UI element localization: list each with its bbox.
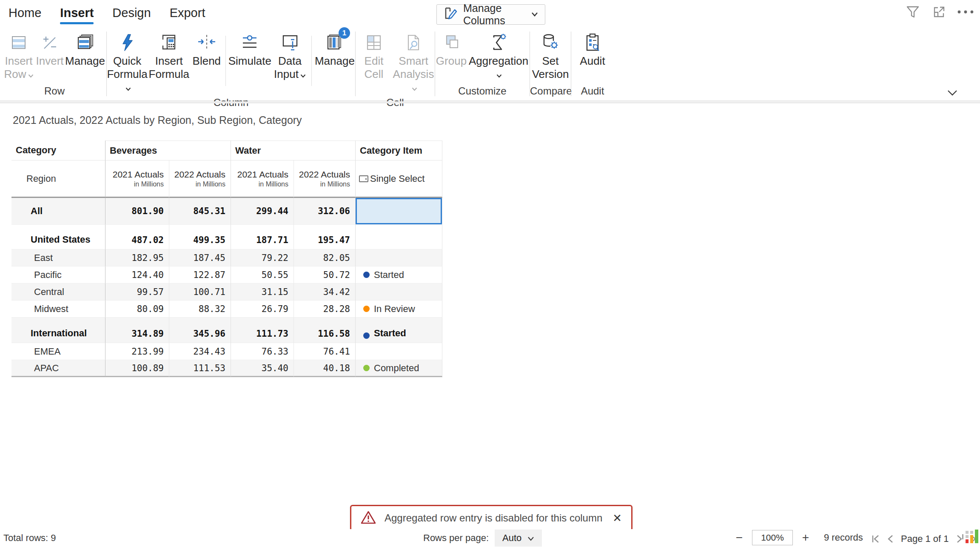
status-cell[interactable]: In Review bbox=[355, 301, 442, 318]
cell-value[interactable]: 76.41 bbox=[293, 343, 355, 360]
measure-header[interactable]: 2022 Actuals in Millions bbox=[293, 160, 355, 198]
cell-value[interactable]: 50.55 bbox=[231, 266, 293, 284]
audit-button[interactable]: Audit bbox=[574, 30, 611, 68]
inner-separator bbox=[311, 36, 312, 86]
status-cell[interactable] bbox=[355, 225, 442, 249]
cell-value[interactable]: 31.15 bbox=[231, 284, 293, 301]
manage-rows-button[interactable]: Manage bbox=[65, 30, 105, 68]
aggregation-button[interactable]: Aggregation bbox=[467, 30, 530, 81]
insert-formula-button[interactable]: InsertFormula bbox=[148, 30, 190, 81]
set-version-button[interactable]: SetVersion bbox=[530, 30, 571, 81]
previous-page-icon[interactable] bbox=[885, 533, 896, 545]
cell-value[interactable]: 312.06 bbox=[293, 198, 355, 225]
cell-value[interactable]: 35.40 bbox=[231, 360, 293, 377]
column-header-category[interactable]: Category bbox=[11, 140, 105, 160]
cell-value[interactable]: 314.89 bbox=[105, 318, 169, 343]
cell-value[interactable]: 195.47 bbox=[293, 225, 355, 249]
close-icon[interactable]: ✕ bbox=[612, 512, 622, 525]
cell-value[interactable]: 50.72 bbox=[293, 266, 355, 284]
manage-columns-ribbon-button[interactable]: 1 Manage bbox=[314, 30, 355, 68]
brand-chart-logo[interactable] bbox=[962, 529, 979, 546]
cell-value[interactable]: 28.28 bbox=[293, 301, 355, 318]
cell-value[interactable]: 116.58 bbox=[293, 318, 355, 343]
cell-value[interactable]: 213.99 bbox=[105, 343, 169, 360]
cell-value[interactable]: 187.71 bbox=[231, 225, 293, 249]
single-select-header[interactable]: Single Select bbox=[355, 160, 442, 198]
row-label-central[interactable]: Central bbox=[11, 284, 105, 301]
status-cell[interactable]: Started bbox=[355, 266, 442, 284]
cell-value[interactable]: 76.33 bbox=[231, 343, 293, 360]
column-header-category-item[interactable]: Category Item bbox=[355, 140, 442, 160]
row-label-emea[interactable]: EMEA bbox=[11, 343, 105, 360]
column-header-beverages[interactable]: Beverages bbox=[105, 140, 231, 160]
insert-row-button[interactable]: Insert Row bbox=[3, 30, 35, 81]
rows-per-page-select[interactable]: Auto bbox=[495, 530, 542, 547]
row-label-international[interactable]: International bbox=[11, 318, 105, 343]
cell-value[interactable]: 80.09 bbox=[105, 301, 169, 318]
cell-value[interactable]: 187.45 bbox=[169, 249, 231, 266]
manage-columns-button[interactable]: Manage Columns bbox=[436, 4, 545, 25]
tab-export[interactable]: Export bbox=[170, 0, 205, 26]
status-cell[interactable]: Started bbox=[355, 318, 442, 343]
cell-value[interactable]: 111.73 bbox=[231, 318, 293, 343]
group-button[interactable]: Group bbox=[435, 30, 467, 68]
cell-value[interactable]: 100.71 bbox=[169, 284, 231, 301]
tab-insert[interactable]: Insert bbox=[60, 0, 94, 26]
cell-value[interactable]: 40.18 bbox=[293, 360, 355, 377]
simulate-button[interactable]: Simulate bbox=[228, 30, 271, 68]
column-header-water[interactable]: Water bbox=[231, 140, 355, 160]
zoom-in-button[interactable]: + bbox=[800, 531, 812, 544]
cell-value[interactable]: 88.32 bbox=[169, 301, 231, 318]
zoom-level[interactable]: 100% bbox=[752, 530, 793, 545]
status-cell[interactable] bbox=[355, 249, 442, 266]
smart-analysis-button[interactable]: Smart Analysis bbox=[392, 30, 435, 94]
measure-header[interactable]: 2021 Actuals in Millions bbox=[105, 160, 169, 198]
cell-value[interactable]: 34.42 bbox=[293, 284, 355, 301]
zoom-out-button[interactable]: − bbox=[733, 531, 745, 544]
expand-icon[interactable] bbox=[931, 3, 948, 20]
row-label-united-states[interactable]: United States bbox=[11, 225, 105, 249]
status-cell[interactable]: Completed bbox=[355, 360, 442, 377]
cell-value[interactable]: 122.87 bbox=[169, 266, 231, 284]
row-label-east[interactable]: East bbox=[11, 249, 105, 266]
measure-header[interactable]: 2022 Actuals in Millions bbox=[169, 160, 231, 198]
cell-value[interactable]: 111.53 bbox=[169, 360, 231, 377]
blend-button[interactable]: Blend bbox=[190, 30, 223, 68]
cell-value[interactable]: 487.02 bbox=[105, 225, 169, 249]
cell-value[interactable]: 124.40 bbox=[105, 266, 169, 284]
first-page-icon[interactable] bbox=[870, 533, 881, 545]
quick-formula-button[interactable]: Quick Formula bbox=[107, 30, 148, 94]
cell-value[interactable]: 182.95 bbox=[105, 249, 169, 266]
rows-per-page: Rows per page: Auto bbox=[423, 529, 542, 547]
cell-value[interactable]: 345.96 bbox=[169, 318, 231, 343]
row-label-pacific[interactable]: Pacific bbox=[11, 266, 105, 284]
more-options-icon[interactable] bbox=[957, 3, 974, 20]
status-cell[interactable] bbox=[355, 343, 442, 360]
cell-value[interactable]: 299.44 bbox=[231, 198, 293, 225]
cell-value[interactable]: 79.22 bbox=[231, 249, 293, 266]
cell-value[interactable]: 26.79 bbox=[231, 301, 293, 318]
invert-button[interactable]: Invert bbox=[35, 30, 65, 68]
cell-value[interactable]: 845.31 bbox=[169, 198, 231, 225]
selected-cell[interactable] bbox=[355, 198, 442, 225]
cell-value[interactable]: 499.35 bbox=[169, 225, 231, 249]
status-cell[interactable] bbox=[355, 284, 442, 301]
measure-header[interactable]: 2021 Actuals in Millions bbox=[231, 160, 293, 198]
collapse-ribbon-icon[interactable] bbox=[947, 89, 958, 98]
cell-value[interactable]: 82.05 bbox=[293, 249, 355, 266]
cell-value[interactable]: 234.43 bbox=[169, 343, 231, 360]
cell-value[interactable]: 100.89 bbox=[105, 360, 169, 377]
row-header-region[interactable]: Region bbox=[11, 160, 105, 198]
data-input-button[interactable]: Data Input bbox=[271, 30, 309, 81]
group-label-audit: Audit bbox=[571, 83, 614, 100]
tab-design[interactable]: Design bbox=[112, 0, 151, 26]
cell-value[interactable]: 99.57 bbox=[105, 284, 169, 301]
row-label-all[interactable]: All bbox=[11, 198, 105, 225]
row-label-apac[interactable]: APAC bbox=[11, 360, 105, 377]
cell-value[interactable]: 801.90 bbox=[105, 198, 169, 225]
edit-cell-button[interactable]: EditCell bbox=[356, 30, 392, 81]
tab-home[interactable]: Home bbox=[9, 0, 41, 26]
records-count: 9 records bbox=[824, 532, 863, 543]
filter-icon[interactable] bbox=[904, 3, 921, 20]
row-label-midwest[interactable]: Midwest bbox=[11, 301, 105, 318]
